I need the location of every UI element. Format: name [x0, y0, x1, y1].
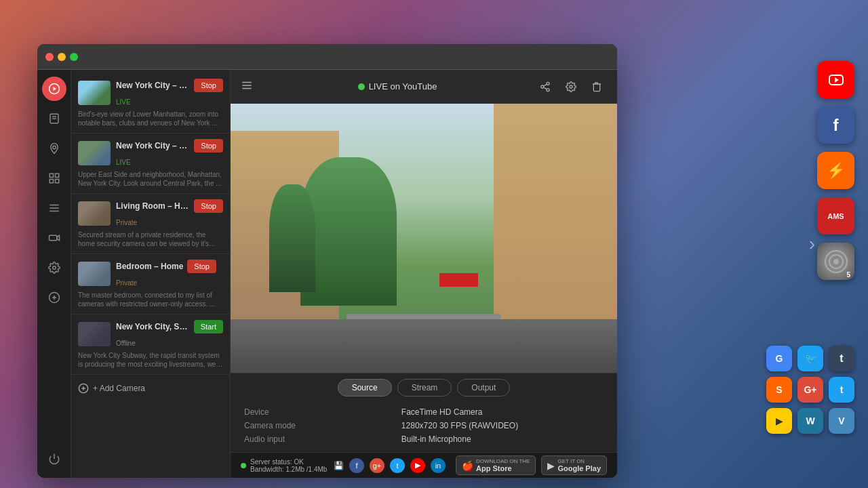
tab-output[interactable]: Output [457, 379, 510, 396]
youtube-social-icon[interactable]: ▶ [410, 458, 425, 473]
stop-button[interactable]: Stop [194, 199, 223, 213]
tree-secondary [269, 184, 315, 292]
app-store-name: App Store [476, 464, 530, 472]
dock-s-icon[interactable]: S [766, 377, 792, 403]
camera-item[interactable]: Living Room – Home Stop Private Secured … [71, 194, 230, 254]
dock-target[interactable]: 5 [817, 243, 854, 280]
app-store-sub: Download on the [476, 458, 530, 464]
delete-button[interactable] [587, 77, 607, 97]
camera-item[interactable]: Bedroom – Home Stop Private The master b… [71, 254, 230, 314]
live-indicator: LIVE on YouTube [267, 81, 528, 92]
google-play-name: Google Play [557, 464, 601, 472]
menu-icon[interactable] [241, 79, 253, 94]
sidebar-item-home[interactable] [42, 77, 66, 101]
camera-status: Offline [116, 340, 136, 347]
app-store-badge[interactable]: 🍎 Download on the App Store [456, 455, 536, 475]
camera-thumbnail [78, 141, 111, 165]
status-dot [241, 463, 246, 468]
share-button[interactable] [535, 77, 555, 97]
svg-point-15 [52, 266, 56, 270]
camera-status: Private [116, 279, 137, 287]
minimize-button[interactable] [58, 53, 66, 61]
dock-tumblr-icon[interactable]: t [829, 346, 854, 371]
camera-status: LIVE [116, 98, 131, 106]
dock-v-icon[interactable]: V [829, 408, 854, 434]
svg-marker-1 [53, 87, 56, 91]
svg-marker-14 [56, 235, 59, 241]
camera-info: Bedroom – Home Stop Private [116, 260, 223, 288]
googleplus-social-icon[interactable]: g+ [370, 458, 384, 473]
camera-description: The master bedroom, connected to my list… [78, 291, 223, 308]
red-awning [439, 273, 478, 287]
maximize-button[interactable] [70, 53, 78, 61]
camera-description: New York City Subway, the rapid transit … [78, 351, 223, 369]
dock-tw-icon[interactable]: 🐦 [797, 346, 823, 371]
sidebar-item-grid[interactable] [42, 196, 66, 220]
sidebar-item-plus[interactable] [42, 285, 66, 310]
camera-item[interactable]: New York City – UES Stop LIVE Upper East… [71, 134, 230, 194]
car [347, 314, 501, 319]
dock-row-1: G 🐦 t [766, 346, 854, 371]
dock-wp-icon[interactable]: W [797, 408, 823, 434]
tab-source[interactable]: Source [338, 379, 392, 396]
dock-youtube[interactable] [817, 61, 854, 98]
right-panel: LIVE on YouTube [231, 70, 617, 478]
stop-button[interactable]: Stop [187, 260, 216, 273]
sidebar-item-book[interactable] [42, 106, 66, 131]
camera-thumbnail [78, 262, 111, 286]
svg-rect-6 [50, 174, 53, 177]
facebook-social-icon[interactable]: f [349, 458, 364, 473]
sidebar-item-list[interactable] [42, 166, 66, 190]
dock-g-icon[interactable]: G [766, 346, 792, 371]
device-label: Device [244, 407, 381, 417]
settings-button[interactable] [561, 77, 581, 97]
live-status-text: LIVE on YouTube [369, 81, 437, 92]
camera-name: Living Room – Home [116, 201, 190, 211]
right-top-bar: LIVE on YouTube [231, 70, 617, 104]
sidebar-icons [37, 70, 71, 478]
title-bar [37, 44, 617, 70]
dock-g2-icon[interactable]: G+ [797, 377, 823, 403]
start-button[interactable]: Start [194, 320, 223, 333]
arrow-right-icon: › [809, 233, 815, 255]
camera-description: Secured stream of a private residence, t… [78, 230, 223, 248]
camera-item[interactable]: New York City – Birds Eye Stop LIVE Bird… [71, 73, 230, 134]
google-play-text: GET IT ON Google Play [557, 458, 601, 472]
svg-line-29 [544, 87, 547, 89]
top-bar-actions [535, 77, 607, 97]
svg-point-31 [570, 85, 572, 88]
sidebar-item-location[interactable] [42, 136, 66, 161]
camera-name: New York City – Birds Eye [116, 81, 190, 90]
dock-facebook[interactable]: f [817, 106, 854, 144]
add-camera-button[interactable]: + Add Camera [71, 375, 230, 402]
sidebar-item-video[interactable] [42, 226, 66, 250]
svg-point-27 [541, 85, 544, 88]
tab-stream[interactable]: Stream [397, 379, 452, 396]
svg-point-28 [547, 88, 549, 91]
twitter-social-icon[interactable]: t [390, 458, 405, 473]
stop-button[interactable]: Stop [194, 139, 223, 152]
camera-item[interactable]: New York City, Subway Start Offline New … [71, 314, 230, 375]
street [231, 319, 617, 373]
svg-point-26 [547, 82, 549, 85]
camera-name: Bedroom – Home [116, 262, 183, 271]
linkedin-social-icon[interactable]: in [431, 458, 446, 473]
video-scene [231, 104, 617, 373]
server-status-text: Server status: OK [250, 458, 327, 466]
stop-button[interactable]: Stop [194, 79, 223, 92]
close-button[interactable] [45, 53, 54, 61]
server-status: Server status: OK Bandwidth: 1.2Mb /1.4M… [241, 458, 344, 473]
sidebar-item-settings[interactable] [42, 256, 66, 280]
dock-yt2-icon[interactable]: ▶ [766, 408, 792, 434]
right-dock-bottom: G 🐦 t S G+ t ▶ W V [766, 346, 854, 434]
dock-thunder[interactable]: ⚡ [817, 152, 854, 189]
dock-ams[interactable]: AMS [817, 197, 854, 235]
storage-icon: 💾 [334, 461, 344, 470]
camera-mode-value: 868x488 30 FPS (RAWVIDEO) [401, 421, 604, 430]
dock-row-3: ▶ W V [766, 408, 854, 434]
google-play-badge[interactable]: ▶ GET IT ON Google Play [541, 455, 607, 475]
dock-twitter-icon[interactable]: t [829, 377, 854, 403]
camera-description: Bird's-eye view of Lower Manhattan, zoom… [78, 110, 223, 127]
sidebar-item-power[interactable] [42, 447, 66, 471]
app-footer: Server status: OK Bandwidth: 1.2Mb /1.4M… [231, 452, 617, 478]
